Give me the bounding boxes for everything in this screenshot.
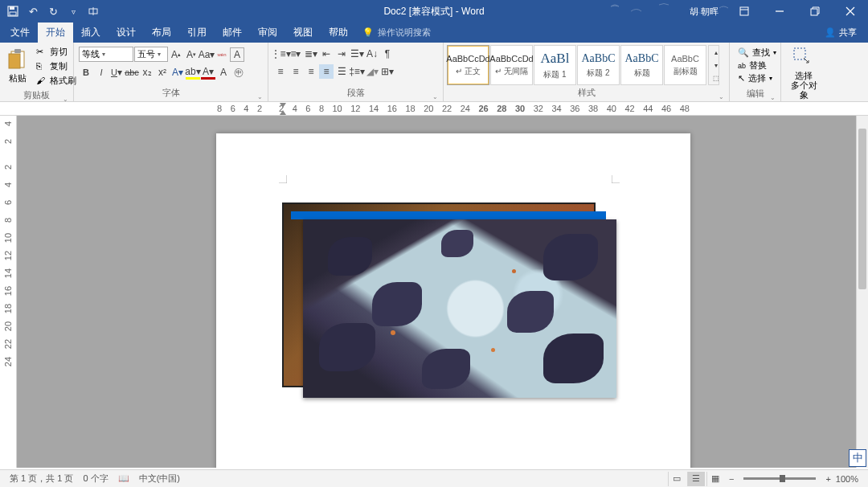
share-button[interactable]: 👤共享 [813, 27, 868, 39]
svg-rect-2 [10, 12, 16, 15]
window-title: Doc2 [兼容模式] - Word [383, 5, 484, 18]
language-status[interactable]: 中文(中国) [134, 473, 185, 485]
increase-indent-button[interactable]: ⇥ [334, 47, 349, 61]
font-size-select[interactable]: 五号▾ [134, 47, 168, 62]
cut-button[interactable]: ✂剪切 [34, 45, 79, 59]
word-count[interactable]: 0 个字 [78, 473, 113, 485]
style-no-spacing[interactable]: AaBbCcDd↵ 无间隔 [490, 45, 533, 85]
vertical-ruler[interactable]: 4224681012141618202224 [0, 116, 17, 468]
styles-scroll-down[interactable]: ▾ [709, 59, 723, 72]
zoom-level[interactable]: 100% [836, 474, 858, 484]
find-button[interactable]: 🔍查找▾ [738, 47, 772, 59]
page-count[interactable]: 第 1 页，共 1 页 [5, 473, 78, 485]
ime-indicator[interactable]: 中 [849, 449, 866, 467]
print-layout-button[interactable]: ☰ [687, 472, 705, 486]
style-title[interactable]: AaBbC标题 [620, 45, 663, 85]
svg-rect-14 [794, 48, 805, 59]
copy-button[interactable]: ⎘复制 [34, 59, 79, 73]
zoom-slider[interactable] [743, 477, 816, 480]
highlight-button[interactable]: ab▾ [186, 65, 200, 80]
replace-button[interactable]: ab替换 [738, 59, 772, 72]
save-icon[interactable] [6, 5, 19, 18]
tab-review[interactable]: 审阅 [250, 23, 285, 43]
multilevel-list-button[interactable]: ≣▾ [304, 47, 318, 61]
tab-file[interactable]: 文件 [2, 23, 38, 43]
borders-button[interactable]: ⊞▾ [380, 64, 395, 79]
change-case-button[interactable]: Aa▾ [199, 47, 214, 62]
user-account[interactable]: 胡 朝晖 [682, 6, 727, 18]
vertical-scrollbar[interactable] [856, 116, 868, 468]
style-heading1[interactable]: AaBl标题 1 [534, 45, 576, 85]
redo-icon[interactable]: ↻ [47, 5, 59, 18]
zoom-out-button[interactable]: − [726, 474, 737, 484]
distributed-button[interactable]: ☰ [334, 64, 349, 79]
strikethrough-button[interactable]: abc [125, 65, 139, 80]
tab-design[interactable]: 设计 [108, 23, 144, 43]
underline-button[interactable]: U▾ [109, 65, 124, 80]
tab-view[interactable]: 视图 [285, 23, 321, 43]
grow-font-button[interactable]: A▴ [169, 47, 183, 62]
italic-button[interactable]: I [94, 65, 108, 80]
document-canvas[interactable] [17, 116, 856, 468]
sort-button[interactable]: A↓ [365, 47, 379, 61]
minimize-button[interactable] [762, 0, 797, 23]
tab-references[interactable]: 引用 [179, 23, 215, 43]
tab-help[interactable]: 帮助 [321, 23, 356, 43]
align-left-button[interactable]: ≡ [273, 64, 288, 79]
font-name-select[interactable]: 等线▾ [79, 47, 133, 62]
web-layout-button[interactable]: ▦ [706, 472, 724, 486]
ribbon: 粘贴 ✂剪切 ⎘复制 🖌格式刷 剪贴板 等线▾ 五号▾ A▴ A▾ Aa▾ wé… [0, 43, 868, 102]
phonetic-guide-button[interactable]: wén [215, 47, 229, 62]
tell-me-search[interactable]: 💡操作说明搜索 [356, 27, 437, 39]
undo-icon[interactable]: ↶ [27, 5, 39, 18]
style-normal[interactable]: AaBbCcDd↵ 正文 [447, 45, 489, 85]
zoom-in-button[interactable]: + [822, 474, 833, 484]
image-middle[interactable] [291, 211, 606, 219]
subscript-button[interactable]: x₂ [140, 65, 154, 80]
styles-gallery[interactable]: AaBbCcDd↵ 正文 AaBbCcDd↵ 无间隔 AaBl标题 1 AaBb… [447, 45, 706, 85]
read-mode-button[interactable]: ▭ [668, 472, 686, 486]
select-multiple-objects-button[interactable]: 选择 多个对象 [784, 45, 823, 101]
styles-more[interactable]: ⬚ [709, 72, 723, 84]
decrease-indent-button[interactable]: ⇤ [319, 47, 334, 61]
replace-icon: ab [738, 62, 746, 70]
touch-mode-icon[interactable] [87, 5, 100, 18]
text-effects-button[interactable]: A▾ [170, 65, 185, 80]
user-name: 胡 朝晖 [690, 6, 719, 18]
style-heading2[interactable]: AaBbC标题 2 [577, 45, 620, 85]
tab-insert[interactable]: 插入 [73, 23, 108, 43]
numbering-button[interactable]: ≡▾ [289, 47, 303, 61]
format-painter-button[interactable]: 🖌格式刷 [34, 74, 79, 88]
close-button[interactable] [833, 0, 868, 23]
line-spacing-button[interactable]: ‡≡▾ [350, 64, 364, 79]
shrink-font-button[interactable]: A▾ [184, 47, 199, 62]
spell-check-icon[interactable]: 📖 [113, 473, 134, 484]
style-subtitle[interactable]: AaBbC副标题 [664, 45, 706, 85]
asian-layout-button[interactable]: ☰▾ [350, 47, 364, 61]
inserted-images[interactable] [282, 203, 612, 405]
tell-me-label: 操作说明搜索 [378, 27, 431, 39]
justify-button[interactable]: ≡ [319, 64, 334, 79]
qat-more-icon[interactable]: ▿ [67, 5, 80, 18]
shading-button[interactable]: ◢▾ [365, 64, 379, 79]
font-color-button[interactable]: A▾ [201, 65, 215, 80]
show-marks-button[interactable]: ¶ [380, 47, 395, 61]
ribbon-display-icon[interactable] [727, 0, 762, 23]
select-button[interactable]: ↖选择▾ [738, 72, 772, 84]
bold-button[interactable]: B [79, 65, 93, 80]
maximize-button[interactable] [797, 0, 833, 23]
superscript-button[interactable]: x² [155, 65, 170, 80]
paste-button[interactable]: 粘贴 [3, 45, 32, 88]
enclose-characters-button[interactable]: ㊥ [231, 65, 246, 80]
align-center-button[interactable]: ≡ [289, 64, 303, 79]
character-shading-button[interactable]: A [216, 65, 231, 80]
tab-mailings[interactable]: 邮件 [215, 23, 250, 43]
character-border-button[interactable]: A [230, 47, 244, 62]
align-right-button[interactable]: ≡ [304, 64, 318, 79]
styles-scroll-up[interactable]: ▴ [709, 46, 723, 59]
tab-home[interactable]: 开始 [38, 23, 73, 43]
horizontal-ruler[interactable]: 8642246810121416182022242628303234363840… [0, 102, 868, 116]
bullets-button[interactable]: ⋮≡▾ [273, 47, 288, 61]
image-front[interactable] [303, 219, 616, 398]
tab-layout[interactable]: 布局 [144, 23, 179, 43]
